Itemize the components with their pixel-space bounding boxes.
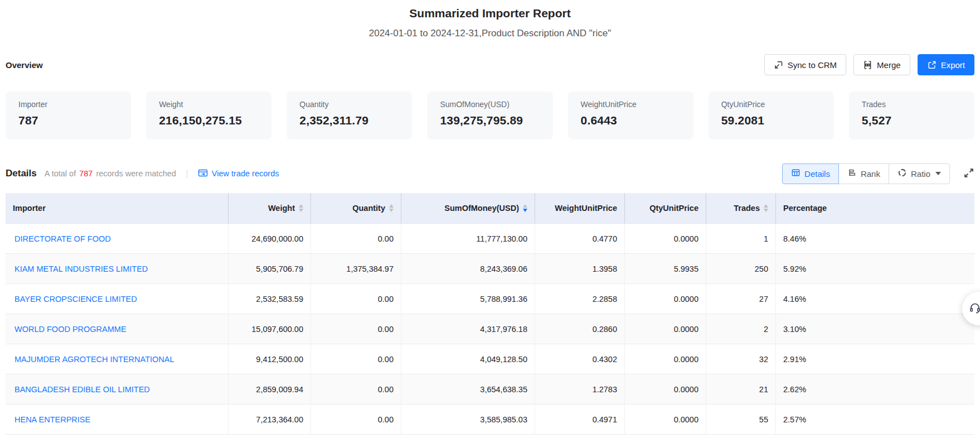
tab-rank[interactable]: Rank bbox=[838, 163, 889, 184]
weight-cell: 5,905,706.79 bbox=[228, 254, 311, 283]
stat-card-label: Trades bbox=[862, 100, 962, 109]
importer-link[interactable]: BAYER CROPSCIENCE LIMITED bbox=[14, 295, 137, 304]
importer-cell: WORLD FOOD PROGRAMME bbox=[6, 314, 228, 344]
column-label: SumOfMoney(USD) bbox=[444, 204, 519, 213]
quantity-cell: 0.00 bbox=[311, 224, 401, 253]
table-row: DIRECTORATE OF FOOD 24,690,000.00 0.00 1… bbox=[6, 224, 974, 254]
weight-cell: 2,532,583.59 bbox=[228, 284, 311, 314]
column-header-weight[interactable]: Weight bbox=[228, 193, 311, 223]
headset-icon bbox=[968, 301, 980, 316]
importer-link[interactable]: MAJUMDER AGROTECH INTERNATIONAL bbox=[14, 355, 174, 364]
column-label: Percentage bbox=[783, 204, 827, 213]
stat-card: Importer 787 bbox=[6, 92, 131, 139]
qty-unit-price-cell: 0.0000 bbox=[624, 284, 706, 314]
sort-icon bbox=[764, 204, 768, 212]
export-button[interactable]: Export bbox=[918, 54, 974, 75]
merge-label: Merge bbox=[877, 60, 901, 70]
weight-unit-price-cell: 0.4302 bbox=[535, 344, 624, 374]
stat-card-value: 5,527 bbox=[862, 114, 962, 127]
column-label: Weight bbox=[268, 204, 295, 213]
importer-link[interactable]: KIAM METAL INDUSTRIES LIMITED bbox=[14, 264, 148, 273]
column-header-trades[interactable]: Trades bbox=[706, 193, 775, 223]
rank-icon bbox=[847, 168, 857, 179]
importer-table: Importer Weight Quantity SumOfMoney(USD)… bbox=[6, 193, 974, 435]
column-label: Importer bbox=[13, 204, 46, 213]
view-trade-records-link[interactable]: View trade records bbox=[198, 169, 279, 179]
importer-link[interactable]: HENA ENTERPRISE bbox=[14, 415, 90, 424]
stat-card: SumOfMoney(USD) 139,275,795.89 bbox=[427, 92, 552, 139]
column-label: QtyUnitPrice bbox=[649, 204, 698, 213]
table-row: KIAM METAL INDUSTRIES LIMITED 5,905,706.… bbox=[6, 254, 974, 284]
quantity-cell: 0.00 bbox=[311, 344, 401, 374]
tab-details-label: Details bbox=[804, 169, 830, 179]
table-row: HENA ENTERPRISE 7,213,364.00 0.00 3,585,… bbox=[6, 405, 974, 435]
weight-cell: 15,097,600.00 bbox=[228, 314, 311, 344]
sum-of-money-cell: 3,585,985.03 bbox=[401, 405, 535, 434]
importer-cell: BANGLADESH EDIBLE OIL LIMITED bbox=[6, 374, 228, 404]
trades-cell: 32 bbox=[706, 344, 775, 374]
overview-cards: Importer 787 Weight 216,150,275.15 Quant… bbox=[0, 92, 980, 139]
tab-details[interactable]: Details bbox=[782, 163, 839, 184]
importer-cell: BAYER CROPSCIENCE LIMITED bbox=[6, 284, 228, 314]
stat-card-label: Importer bbox=[18, 100, 118, 109]
tab-ratio[interactable]: Ratio bbox=[889, 163, 950, 184]
column-header-importer: Importer bbox=[6, 193, 228, 223]
importer-cell: HENA ENTERPRISE bbox=[6, 405, 228, 434]
stat-card-value: 787 bbox=[18, 114, 118, 127]
weight-unit-price-cell: 1.3958 bbox=[535, 254, 624, 283]
importer-link[interactable]: DIRECTORATE OF FOOD bbox=[14, 234, 111, 243]
percentage-cell: 4.16% bbox=[775, 284, 974, 314]
percentage-cell: 3.10% bbox=[775, 314, 974, 344]
column-label: Quantity bbox=[352, 204, 385, 213]
weight-unit-price-cell: 2.2858 bbox=[535, 284, 624, 314]
divider bbox=[187, 170, 187, 178]
trade-records-icon bbox=[198, 169, 208, 179]
sum-of-money-cell: 3,654,638.35 bbox=[401, 374, 535, 404]
match-suffix: records were matched bbox=[96, 169, 176, 178]
weight-cell: 9,412,500.00 bbox=[228, 344, 311, 374]
column-header-percentage: Percentage bbox=[775, 193, 974, 223]
percentage-cell: 5.92% bbox=[775, 254, 974, 283]
sort-icon bbox=[389, 204, 394, 212]
stat-card-label: WeightUnitPrice bbox=[581, 100, 681, 109]
sort-icon-active-desc bbox=[523, 204, 527, 212]
ratio-donut-icon bbox=[897, 168, 907, 179]
trades-cell: 2 bbox=[706, 314, 775, 344]
stat-card-value: 139,275,795.89 bbox=[440, 114, 540, 127]
tab-rank-label: Rank bbox=[861, 169, 880, 179]
qty-unit-price-cell: 0.0000 bbox=[624, 405, 706, 434]
sum-of-money-cell: 4,317,976.18 bbox=[401, 314, 535, 344]
details-bar: Details A total of 787 records were matc… bbox=[0, 163, 980, 184]
quantity-cell: 0.00 bbox=[311, 405, 401, 434]
importer-link[interactable]: WORLD FOOD PROGRAMME bbox=[14, 325, 127, 334]
quantity-cell: 1,375,384.97 bbox=[311, 254, 401, 283]
table-row: MAJUMDER AGROTECH INTERNATIONAL 9,412,50… bbox=[6, 344, 974, 374]
stat-card-label: SumOfMoney(USD) bbox=[440, 100, 540, 109]
overview-heading: Overview bbox=[6, 60, 43, 70]
match-summary: A total of 787 records were matched bbox=[45, 169, 176, 178]
importer-cell: DIRECTORATE OF FOOD bbox=[6, 224, 228, 253]
column-header-quantity[interactable]: Quantity bbox=[311, 193, 401, 223]
stat-card: Quantity 2,352,311.79 bbox=[287, 92, 412, 139]
view-trade-records-label: View trade records bbox=[212, 169, 279, 178]
weight-cell: 7,213,364.00 bbox=[228, 405, 311, 434]
sync-to-crm-button[interactable]: Sync to CRM bbox=[764, 54, 846, 75]
chevron-down-icon bbox=[935, 172, 941, 175]
percentage-cell: 2.57% bbox=[775, 405, 974, 434]
stat-card: WeightUnitPrice 0.6443 bbox=[568, 92, 693, 139]
page-title: Summarized Importer Report bbox=[0, 0, 980, 20]
table-row: WORLD FOOD PROGRAMME 15,097,600.00 0.00 … bbox=[6, 314, 974, 344]
tab-ratio-label: Ratio bbox=[911, 169, 930, 179]
fullscreen-button[interactable] bbox=[963, 167, 974, 180]
weight-cell: 2,859,009.94 bbox=[228, 374, 311, 404]
percentage-cell: 2.62% bbox=[775, 374, 974, 404]
stat-card: Trades 5,527 bbox=[849, 92, 974, 139]
trades-cell: 55 bbox=[706, 405, 775, 434]
importer-link[interactable]: BANGLADESH EDIBLE OIL LIMITED bbox=[14, 385, 150, 394]
qty-unit-price-cell: 0.0000 bbox=[624, 374, 706, 404]
column-header-sum-of-money[interactable]: SumOfMoney(USD) bbox=[401, 193, 535, 223]
merge-button[interactable]: Merge bbox=[853, 54, 910, 75]
quantity-cell: 0.00 bbox=[311, 284, 401, 314]
stat-card-label: Quantity bbox=[299, 100, 399, 109]
qty-unit-price-cell: 5.9935 bbox=[624, 254, 706, 283]
